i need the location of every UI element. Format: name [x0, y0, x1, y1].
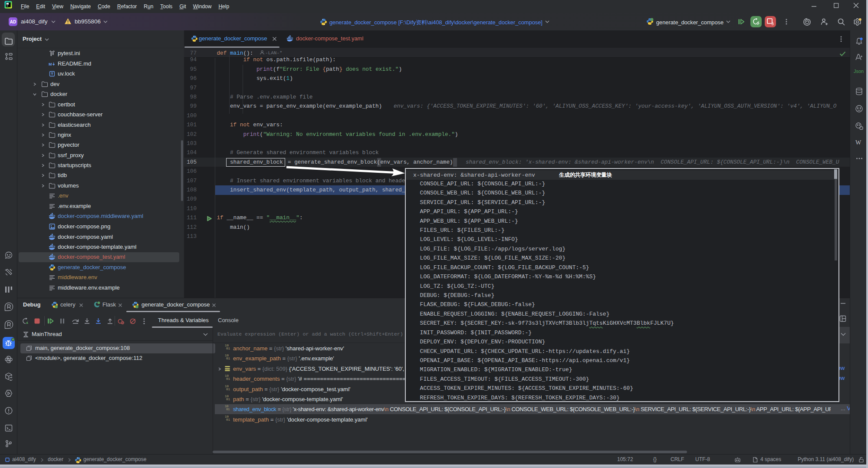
svg-text:M: M	[49, 62, 52, 66]
svg-text:3: 3	[772, 21, 774, 26]
svg-text:W: W	[855, 139, 861, 146]
